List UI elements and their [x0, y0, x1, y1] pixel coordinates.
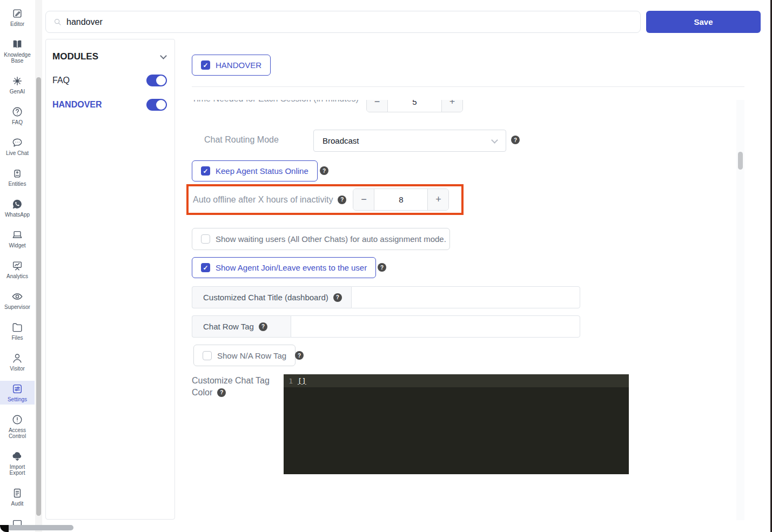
sidebar-item-entities[interactable]: Entities	[0, 165, 35, 189]
sidebar-item-access-control[interactable]: Access Control	[0, 412, 35, 441]
sidebar-item-audit[interactable]: Audit	[0, 485, 35, 509]
session-time-stepper: − 5 +	[366, 100, 463, 112]
widget-icon	[11, 229, 23, 241]
handover-chip-label: HANDOVER	[216, 60, 261, 70]
sidebar-item-faq[interactable]: FAQ	[0, 104, 35, 127]
help-icon[interactable]	[217, 388, 226, 397]
sidebar-item-import-export[interactable]: Import Export	[0, 448, 35, 478]
help-icon[interactable]	[320, 166, 328, 175]
auto-offline-value[interactable]: 8	[374, 189, 427, 210]
chat-row-tag-group: Chat Row Tag	[192, 315, 580, 338]
keep-agent-online-chip[interactable]: Keep Agent Status Online	[192, 160, 318, 181]
help-icon[interactable]	[295, 351, 304, 360]
entities-icon	[11, 167, 23, 179]
toggle-switch[interactable]	[146, 99, 167, 111]
session-time-value[interactable]: 5	[388, 100, 441, 112]
show-waiting-users-chip[interactable]: Show waiting users (All Other Chats) for…	[192, 228, 450, 250]
sidebar-item-whatsapp[interactable]: WhatsApp	[0, 196, 35, 220]
auto-offline-stepper: − 8 +	[353, 188, 449, 211]
chevron-down-icon	[491, 137, 498, 144]
module-label[interactable]: HANDOVER	[52, 100, 102, 110]
checkbox-checked-icon[interactable]	[201, 263, 210, 272]
handover-checkbox-chip[interactable]: HANDOVER	[192, 55, 271, 76]
chat-title-input[interactable]	[351, 286, 580, 308]
sidebar-item-knowledge-base[interactable]: Knowledge Base	[0, 36, 35, 66]
sidebar-item-label: WhatsApp	[5, 212, 30, 218]
toggle-switch[interactable]	[146, 75, 167, 86]
supervisor-icon	[11, 291, 23, 302]
settings-icon	[11, 383, 23, 395]
search-input[interactable]: handover	[45, 11, 641, 33]
sidebar-item-files[interactable]: Files	[0, 319, 35, 343]
sidebar-scrollbar-thumb[interactable]	[36, 77, 41, 516]
show-na-row-tag-label: Show N/A Row Tag	[217, 351, 286, 360]
auto-offline-highlight-box: Auto offline after X hours of inactivity…	[186, 184, 464, 215]
genai-icon	[11, 75, 23, 87]
editor-line-number: 1	[284, 377, 298, 385]
session-time-label: Time Needed for Each Session (in minutes…	[192, 100, 359, 104]
search-value: handover	[66, 17, 103, 27]
chat-title-label: Customized Chat Title (dashboard)	[203, 293, 328, 302]
sidebar-item-label: Knowledge Base	[4, 52, 30, 64]
sidebar-item-analytics[interactable]: Analytics	[0, 258, 35, 281]
chat-tag-color-label-line2: Color	[192, 387, 212, 399]
checkbox-checked-icon[interactable]	[201, 60, 210, 70]
sidebar-item-label: Files	[11, 335, 23, 341]
sidebar-item-label: GenAI	[10, 89, 25, 95]
sidebar-item-label: Audit	[11, 501, 24, 507]
module-row-faq: FAQ	[46, 75, 174, 86]
help-icon[interactable]	[378, 263, 386, 272]
minus-button[interactable]: −	[353, 189, 374, 210]
auto-offline-label: Auto offline after X hours of inactivity	[193, 195, 333, 205]
checkbox-unchecked-icon[interactable]	[201, 234, 210, 244]
help-icon[interactable]	[338, 196, 346, 204]
sidebar-item-genai[interactable]: GenAI	[0, 73, 35, 97]
sidebar-item-settings[interactable]: Settings	[0, 381, 35, 405]
live-chat-icon	[11, 137, 23, 149]
sidebar-item-label: Entities	[9, 181, 26, 187]
sidebar-item-label: Live Chat	[6, 150, 29, 156]
module-row-handover: HANDOVER	[46, 99, 174, 111]
show-waiting-users-label: Show waiting users (All Other Chats) for…	[216, 234, 446, 244]
chat-row-tag-label: Chat Row Tag	[203, 322, 254, 331]
visitor-icon	[11, 352, 23, 364]
modules-title: MODULES	[52, 51, 98, 62]
chat-routing-select[interactable]: Broadcast	[313, 130, 506, 152]
join-leave-events-label: Show Agent Join/Leave events to the user	[216, 263, 367, 272]
editor-code[interactable]: []	[298, 377, 306, 385]
chat-tag-color-editor[interactable]: 1 []	[284, 374, 629, 474]
faq-icon	[11, 106, 23, 118]
checkbox-unchecked-icon[interactable]	[203, 351, 212, 360]
chat-routing-label: Chat Routing Mode	[204, 135, 279, 145]
import-export-icon	[11, 450, 23, 462]
help-icon[interactable]	[333, 293, 342, 302]
access-control-icon	[11, 414, 23, 426]
sidebar-item-supervisor[interactable]: Supervisor	[0, 288, 35, 312]
chat-row-tag-input[interactable]	[291, 315, 580, 338]
join-leave-events-chip[interactable]: Show Agent Join/Leave events to the user	[192, 257, 376, 278]
horizontal-scrollbar-thumb[interactable]	[4, 525, 73, 530]
main-scrollbar-thumb[interactable]	[738, 152, 743, 170]
knowledge-base-icon	[11, 38, 23, 50]
help-icon[interactable]	[511, 136, 520, 144]
save-button[interactable]: Save	[646, 11, 761, 33]
sidebar-item-visitor[interactable]: Visitor	[0, 350, 35, 374]
sidebar-item-live-chat[interactable]: Live Chat	[0, 134, 35, 158]
checkbox-checked-icon[interactable]	[201, 166, 210, 176]
plus-button[interactable]: +	[441, 100, 462, 112]
minus-button[interactable]: −	[367, 100, 388, 112]
chat-title-group: Customized Chat Title (dashboard)	[192, 286, 580, 308]
plus-button[interactable]: +	[427, 189, 448, 210]
analytics-icon	[11, 260, 23, 272]
chevron-down-icon[interactable]	[160, 52, 167, 59]
sidebar-item-label: FAQ	[12, 119, 23, 125]
modules-panel: MODULES FAQHANDOVER	[45, 39, 175, 520]
sidebar-item-widget[interactable]: Widget	[0, 227, 35, 251]
show-na-row-tag-chip[interactable]: Show N/A Row Tag	[193, 345, 296, 366]
sidebar-item-editor[interactable]: Editor	[0, 5, 35, 29]
files-icon	[11, 321, 23, 333]
module-label[interactable]: FAQ	[52, 76, 70, 85]
help-icon[interactable]	[259, 322, 267, 331]
chat-routing-value: Broadcast	[323, 136, 492, 145]
sidebar-item-label: Settings	[8, 396, 27, 402]
